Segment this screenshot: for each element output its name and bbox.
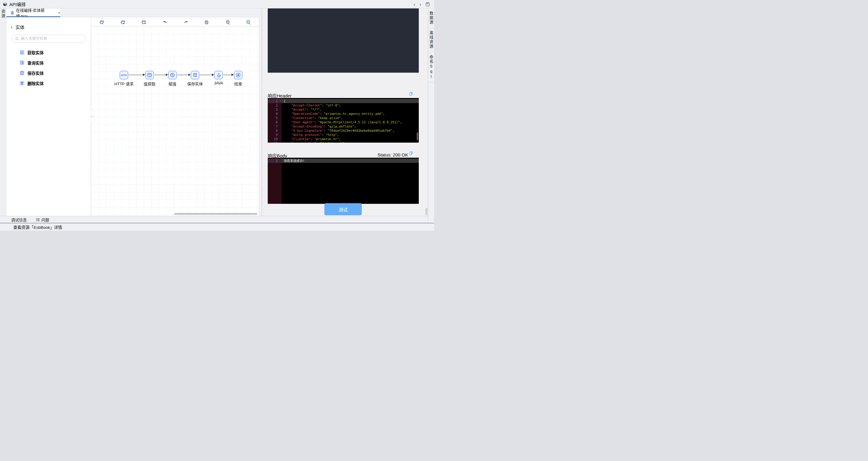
entity-item-label: 保存实体: [27, 70, 44, 76]
fold-arrow-icon[interactable]: ▾: [279, 99, 281, 103]
debug-lightning-icon[interactable]: [99, 20, 104, 25]
editor-gutter: [268, 158, 282, 204]
tab-issues-label: 问题: [41, 217, 49, 222]
right-strip-label: 数据源: [428, 11, 434, 25]
test-button[interactable]: 测试: [324, 203, 362, 215]
header-nav: ‹ ›: [414, 0, 430, 8]
copy-icon[interactable]: [409, 92, 413, 96]
right-strip-label: 命名Sql: [428, 55, 434, 79]
code-line: 11 "receiverKey": "/entity_add",: [268, 141, 419, 143]
search-icon: [15, 37, 19, 41]
code-line: 6 "User-Agent": "Apache-HttpClient/4.5.1…: [268, 120, 419, 124]
code-line: 2 "Accept-Charset": "utf-8",: [268, 103, 419, 107]
tab-online-orchestration[interactable]: 在线编排-实体新增.bizx ×: [6, 8, 60, 17]
trash-icon: [19, 81, 25, 86]
search-input[interactable]: [21, 36, 85, 41]
right-strip: 数据源离线资源命名Sql: [428, 8, 434, 223]
status-badge: Status: 200 OK: [377, 152, 408, 157]
entity-item-2[interactable]: 查询实体: [6, 58, 91, 68]
tab-debug-info[interactable]: 调试信息: [11, 217, 27, 222]
flow-edge: [129, 75, 145, 75]
right-strip-item-3[interactable]: 命名Sql: [428, 52, 434, 83]
entity-item-3[interactable]: 保存实体: [6, 68, 91, 78]
tab-issues[interactable]: 问题: [36, 217, 49, 222]
flow-node-1[interactable]: HTTP: [120, 71, 128, 79]
node-assign-icon: [170, 72, 175, 78]
editor-scrollbar-thumb[interactable]: [417, 132, 418, 140]
save-floppy-icon[interactable]: [425, 2, 430, 7]
panel-back-icon[interactable]: ‹: [11, 25, 12, 30]
debug-step-icon[interactable]: [141, 20, 147, 25]
entity-item-4[interactable]: 删除实体: [6, 78, 91, 88]
left-strip-label: 资源: [0, 9, 6, 19]
flow-edge: [200, 75, 214, 75]
response-header-label: 响应Header: [268, 92, 291, 99]
flow-node-6[interactable]: [234, 71, 242, 79]
code-line: 7 "Accept-Encoding": "gzip,deflate",: [268, 124, 419, 128]
undo-icon[interactable]: [162, 20, 167, 25]
flow-node-label: 结束: [225, 81, 252, 87]
nav-back-icon[interactable]: ‹: [414, 2, 415, 7]
collapse-chevron-icon: ‹: [92, 115, 93, 118]
entity-item-label: 获取实体: [27, 50, 44, 56]
floppy-icon: [19, 70, 25, 76]
copy-icon[interactable]: [409, 151, 413, 155]
tab-bar: 在线编排-实体新增.bizx ×: [6, 8, 262, 17]
code-line: 4 "OperationCode": "primeton.hr.agency.e…: [268, 112, 419, 116]
zoom-out-icon[interactable]: [246, 20, 251, 25]
collapse-panel-handle[interactable]: ‹: [91, 109, 94, 124]
canvas-horizontal-scrollbar: [174, 213, 257, 215]
entity-panel-title: 实体: [16, 24, 24, 30]
flow-canvas: HTTPHTTP 请求(x)值获取赋值保存实体JAVA结束 ‹: [91, 17, 259, 216]
entity-search-box: [12, 35, 85, 42]
entity-item-1[interactable]: 获取实体: [6, 47, 91, 58]
flow-node-2[interactable]: (x): [145, 71, 154, 79]
response-body-editor[interactable]: 1消息发送成功!: [268, 158, 419, 204]
bottom-tab-bar: 调试信息 问题: [0, 216, 428, 223]
flow-node-3[interactable]: [168, 71, 177, 79]
flow-edge: [223, 75, 234, 75]
nav-forward-icon[interactable]: ›: [420, 2, 421, 7]
flow-edge: [154, 75, 167, 75]
redo-icon[interactable]: [183, 20, 189, 25]
status-bar-text[interactable]: 查看资源「EsbBook」详情: [13, 224, 62, 230]
flow-node-5[interactable]: [214, 71, 223, 79]
tab-close-icon[interactable]: ×: [58, 10, 60, 15]
flow-node-label: 保存实体: [182, 81, 209, 87]
flow-node-4[interactable]: [191, 71, 199, 79]
status-bar: 查看资源「EsbBook」详情: [0, 223, 434, 230]
panel-divider: [259, 8, 262, 216]
right-strip-item-1[interactable]: 数据源: [428, 8, 434, 28]
sync-icon[interactable]: [204, 20, 209, 25]
code-line: 1消息发送成功!: [268, 159, 419, 163]
doc-check-icon: [19, 50, 25, 55]
entity-list: 获取实体查询实体保存实体删除实体: [6, 47, 91, 88]
zoom-in-icon[interactable]: [225, 20, 230, 25]
right-strip-item-2[interactable]: 离线资源: [428, 28, 434, 52]
code-line: 1▾{: [268, 99, 419, 103]
scrollbar-thumb[interactable]: [425, 208, 428, 215]
left-strip-resources[interactable]: 资源: [0, 8, 6, 216]
entity-item-label: 查询实体: [27, 60, 44, 66]
canvas-grid[interactable]: HTTPHTTP 请求(x)值获取赋值保存实体JAVA结束: [91, 26, 259, 216]
debug-panel: 响应Header 1▾{2 "Accept-Charset": "utf-8",…: [262, 8, 428, 216]
response-header-editor[interactable]: 1▾{2 "Accept-Charset": "utf-8",3 "Accept…: [268, 98, 419, 143]
canvas-toolbar: [91, 18, 259, 26]
node-end-icon: [236, 72, 241, 78]
app-title: API编排: [9, 1, 26, 7]
code-line: 3 "Accept": "*/*",: [268, 107, 419, 112]
code-line: 10 "ClientId": "primeton.hr",: [268, 137, 419, 141]
layers-icon: [10, 11, 14, 15]
entity-panel: ‹ 实体 获取实体查询实体保存实体删除实体: [6, 17, 91, 216]
code-line: 9 "$http_protocol": "http",: [268, 133, 419, 137]
http-node-icon: HTTP: [121, 74, 127, 76]
debug-play-icon[interactable]: [120, 20, 126, 25]
debug-panel-scrollbar: [425, 8, 428, 216]
node-java-icon: [216, 73, 221, 78]
flow-node-label: HTTP 请求: [110, 81, 137, 87]
app-header: API编排 ‹ ›: [0, 0, 434, 8]
scrollbar-thumb[interactable]: [174, 213, 257, 215]
code-line: 8 "X-Gov-Signature": "764eaf2419ec4643be…: [268, 128, 419, 133]
request-editor-panel[interactable]: [268, 8, 419, 73]
flow-edge: [177, 75, 190, 75]
